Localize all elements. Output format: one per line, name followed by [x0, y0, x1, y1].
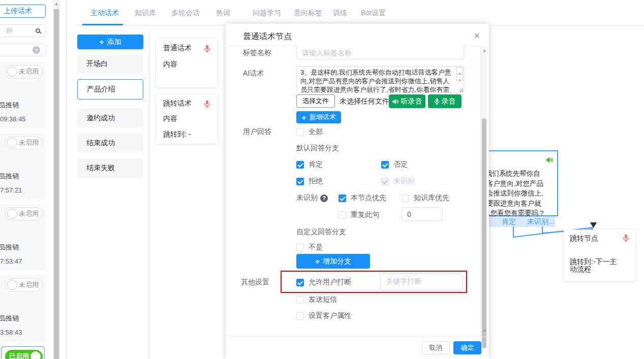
checkbox-box[interactable]: [296, 244, 304, 251]
script-card-title: 品推销: [0, 314, 19, 323]
clear-icon[interactable]: ×: [33, 46, 40, 54]
checkbox-kb-first[interactable]: 知识库优先: [402, 193, 449, 203]
flow-item-product-intro[interactable]: 产品介绍: [77, 79, 143, 100]
enable-toggle[interactable]: 未启用: [5, 136, 43, 149]
checkbox-box[interactable]: [296, 296, 304, 304]
checkbox-repeat[interactable]: 重复此句: [339, 210, 379, 219]
enable-toggle[interactable]: 未启用: [5, 278, 43, 291]
checkbox-not[interactable]: 不是: [296, 243, 323, 252]
checkbox-box[interactable]: [381, 161, 389, 169]
tab-hot-words[interactable]: 热词: [216, 9, 230, 18]
checkbox-box[interactable]: [296, 178, 304, 185]
checkbox-set-customer-attr[interactable]: 设置客户属性: [296, 311, 351, 320]
scroll-down-icon[interactable]: ▼: [482, 329, 486, 333]
record-button[interactable]: 录音: [428, 94, 462, 108]
search-placeholder: 称: [6, 26, 13, 36]
sidebar-scroll-thumb[interactable]: [54, 9, 59, 359]
checkbox-label: 不是: [309, 243, 323, 252]
choose-file-button[interactable]: 选择文件: [296, 94, 335, 108]
script-card[interactable]: 未启用 品推销 7:57:21: [0, 133, 46, 200]
checkbox-box[interactable]: [339, 211, 346, 219]
flow-item-end-fail[interactable]: 结束失败: [77, 158, 143, 178]
custom-branch-title: 自定义回答分支: [296, 227, 346, 237]
unrecognized-label-row: 未识别 ?: [296, 193, 328, 203]
add-branch-button[interactable]: +增加分支: [296, 254, 370, 269]
checkbox-send-sms[interactable]: 发送短信: [296, 295, 337, 304]
scroll-up-icon[interactable]: ▲: [54, 2, 58, 6]
script-card[interactable]: 未启用 品推销 09:38:45: [0, 62, 46, 128]
tab-question-learning[interactable]: 问题学习: [253, 9, 281, 18]
close-icon[interactable]: ×: [474, 29, 480, 42]
textarea-scroll-up[interactable]: ▲: [456, 67, 463, 74]
ai-script-textarea[interactable]: 3、是这样的,我们系统先帮你自动打电话筛选客户意向,对您产品有意向的客户会推送到…: [296, 66, 464, 93]
jump-node[interactable]: 跳转节点 跳转到:-下一主动流程: [564, 230, 635, 281]
checkbox-box[interactable]: [402, 194, 409, 202]
add-flow-button[interactable]: +添加: [77, 35, 143, 49]
confirm-label: 确定: [461, 343, 474, 352]
toggle-knob: [7, 138, 17, 148]
toggle-label: 未启用: [19, 138, 39, 147]
checkbox-box: [381, 178, 389, 185]
checkbox-box[interactable]: [339, 194, 346, 202]
tab-multi-turn[interactable]: 多轮会话: [171, 9, 200, 18]
checkbox-refuse[interactable]: 拒绝: [296, 177, 323, 186]
tab-intent-tags[interactable]: 意向标签: [294, 9, 322, 18]
add-script-button[interactable]: +新增话术: [296, 111, 341, 123]
flow-item-invite-success[interactable]: 邀约成功: [77, 109, 143, 128]
script-card[interactable]: 未启用 品推销 3:58:43: [0, 275, 46, 342]
flow-item-end-success[interactable]: 结束成功: [77, 134, 143, 153]
scroll-up-icon[interactable]: ▲: [482, 49, 486, 53]
script-card-time: 7:53:47: [0, 257, 22, 265]
tab-active-script[interactable]: 主动话术: [90, 9, 119, 18]
enable-toggle[interactable]: 未启用: [5, 65, 43, 78]
help-icon[interactable]: ?: [320, 194, 328, 202]
textarea-scroll-down[interactable]: ▼: [456, 74, 463, 81]
enable-toggle[interactable]: 未启用: [5, 207, 43, 220]
checkbox-node-first[interactable]: 本节点优先: [339, 193, 386, 203]
script-card-selected[interactable]: 已启用: [1, 346, 45, 359]
tab-knowledge-base[interactable]: 知识库: [135, 9, 156, 18]
flow-item-opening[interactable]: 开场白: [77, 54, 143, 74]
repeat-count-input[interactable]: 0: [402, 207, 443, 221]
checkbox-deny[interactable]: 否定: [381, 160, 408, 169]
mic-icon: [204, 100, 210, 108]
node-card-jump[interactable]: 跳转话术 内容 跳转到: -: [156, 94, 218, 144]
tab-training[interactable]: 训练: [333, 9, 347, 18]
enable-toggle-on[interactable]: 已启用: [5, 350, 43, 359]
checkbox-all[interactable]: 全部: [296, 127, 323, 137]
modal-scroll-thumb[interactable]: [482, 118, 486, 348]
checkbox-label: 重复此句: [351, 210, 379, 219]
tag-name-input[interactable]: 请输入标签名称: [296, 46, 464, 59]
node-card-line: 内容: [163, 60, 210, 69]
checkbox-box[interactable]: [296, 312, 304, 320]
script-card-time: 09:38:45: [0, 115, 26, 123]
mic-icon: [623, 234, 629, 242]
cancel-button[interactable]: 取消: [422, 341, 450, 354]
checkbox-label: 设置客户属性: [309, 311, 351, 320]
toggle-knob: [7, 67, 17, 77]
file-status-text: 未选择任何文件: [340, 97, 389, 106]
upload-script-button[interactable]: 上传话术: [0, 5, 46, 18]
listen-recording-button[interactable]: 听录音: [389, 94, 425, 108]
node-card-title: 跳转话术: [163, 99, 192, 108]
filter-input[interactable]: ×: [0, 44, 46, 56]
script-card[interactable]: 未启用 品推销 7:53:47: [0, 204, 46, 271]
app-root: { "colors": { "primary": "#1890fa", "nod…: [0, 0, 644, 359]
search-icon[interactable]: [36, 28, 40, 33]
modal-title: 普通话术节点: [243, 31, 292, 42]
tab-bot-settings[interactable]: Bot设置: [361, 9, 386, 18]
toggle-label: 未启用: [19, 209, 39, 218]
node-card-normal[interactable]: 普通话术 内容: [156, 39, 218, 87]
modal-scrollbar[interactable]: ▲ ▼: [480, 46, 487, 337]
red-highlight-box: [281, 271, 467, 293]
script-search-input[interactable]: 称: [0, 24, 46, 37]
active-tab-indicator: [82, 24, 123, 25]
checkbox-affirm[interactable]: 肯定: [296, 160, 323, 169]
node-card-line: 跳转到: -: [163, 130, 210, 139]
speaker-icon[interactable]: [546, 156, 554, 164]
checkbox-box[interactable]: [296, 161, 304, 169]
sidebar-scrollbar[interactable]: ▲: [53, 0, 60, 359]
confirm-button[interactable]: 确定: [453, 341, 481, 354]
checkbox-box[interactable]: [296, 128, 304, 136]
field-label-other-settings: 其他设置: [241, 278, 269, 287]
